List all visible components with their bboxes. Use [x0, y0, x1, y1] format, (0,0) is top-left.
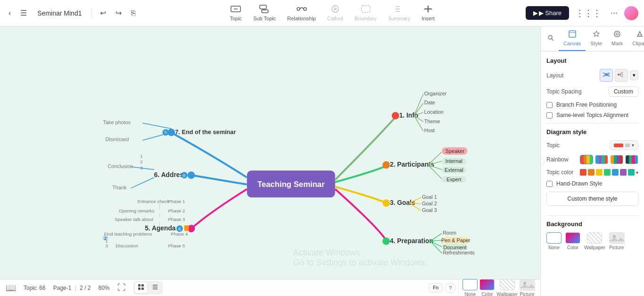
tab-mark[interactable]: Mark: [607, 26, 627, 51]
book-icon-button[interactable]: 📖: [6, 283, 16, 293]
undo-button[interactable]: ↩: [97, 7, 109, 19]
rainbow-opt-3[interactable]: [610, 155, 623, 164]
grid-button[interactable]: ⋮⋮⋮: [573, 6, 604, 20]
svg-point-128: [618, 74, 619, 76]
help-button[interactable]: ?: [445, 283, 455, 293]
canvas-area[interactable]: Teaching Seminar 1. Info Organizer Date: [0, 26, 540, 296]
tool-callout[interactable]: Callout: [322, 3, 348, 23]
divider-diagram: [546, 215, 638, 216]
tool-topic-label: Topic: [230, 16, 242, 21]
svg-line-131: [619, 75, 621, 76]
layout-row: Layout ▾: [546, 69, 638, 82]
bg-wallpaper-option[interactable]: Wallpaper: [496, 279, 518, 296]
avatar: [624, 6, 638, 20]
same-level-checkbox[interactable]: [546, 112, 553, 118]
tool-subtopic-label: Sub Topic: [253, 16, 276, 21]
svg-rect-106: [141, 284, 144, 287]
svg-point-114: [548, 35, 552, 39]
color-swatch-green[interactable]: [604, 169, 611, 176]
svg-text:5. Agenda: 5. Agenda: [145, 225, 176, 232]
rainbow-opt-2[interactable]: [595, 155, 608, 164]
color-swatch-red[interactable]: [580, 169, 586, 176]
tool-subtopic[interactable]: Sub Topic: [248, 3, 281, 23]
topic-spacing-value[interactable]: Custom: [609, 86, 638, 97]
panel-content: Layout Layout ▾ Topic Spacing Custom: [541, 51, 644, 256]
hand-drawn-checkbox[interactable]: [546, 181, 553, 187]
tab-style[interactable]: Style: [586, 26, 606, 51]
bg-none-panel-option[interactable]: None: [546, 232, 561, 250]
svg-point-6: [304, 8, 306, 10]
color-swatch-blue[interactable]: [612, 169, 619, 176]
toolbar: ‹ ☰ Seminar Mind1 ↩ ↪ ⎘ Topic Sub Topic …: [0, 0, 644, 26]
mark-tab-icon: [613, 30, 621, 40]
branch-free-checkbox[interactable]: [546, 102, 553, 108]
share-button[interactable]: ▶ ▶ Share: [526, 6, 569, 20]
tab-clipart[interactable]: Clipart: [627, 26, 644, 51]
topic-style-selector[interactable]: ▾: [610, 140, 638, 150]
color-swatch-orange[interactable]: [588, 169, 594, 176]
color-expand-button[interactable]: ▾: [636, 170, 638, 175]
topic-icon: [231, 5, 241, 15]
tool-summary[interactable]: Summary: [383, 3, 415, 23]
svg-rect-116: [569, 31, 576, 37]
clone-button[interactable]: ⎘: [128, 7, 139, 19]
svg-text:Opening remarks: Opening remarks: [119, 208, 154, 213]
color-swatch-purple[interactable]: [620, 169, 627, 176]
bg-color-option[interactable]: Color: [479, 279, 495, 296]
svg-text:Goal 3: Goal 3: [422, 207, 437, 213]
svg-text:Location: Location: [424, 109, 444, 115]
bg-color-panel-option[interactable]: Color: [565, 232, 580, 250]
svg-point-7: [332, 6, 339, 12]
bg-wallpaper-panel-option[interactable]: Wallpaper: [584, 232, 605, 250]
svg-point-8: [334, 8, 336, 10]
svg-text:Internal: Internal: [446, 158, 462, 164]
list-view-button[interactable]: [149, 282, 161, 293]
svg-point-52: [382, 237, 390, 245]
panel-tabs: Canvas Style Mark Clipart: [541, 26, 644, 51]
tool-insert[interactable]: Insert: [417, 3, 439, 23]
view-toggle: [133, 281, 163, 295]
layout-dropdown-button[interactable]: ▾: [630, 70, 638, 80]
fn-key-button[interactable]: Fn: [429, 283, 442, 292]
rainbow-opt-4[interactable]: [625, 155, 638, 164]
rainbow-opt-1[interactable]: [580, 155, 593, 164]
same-level-row: Same-level Topics Alignment: [546, 112, 638, 118]
toolbar-right: ▶ ▶ Share ⋮⋮⋮ ···: [526, 6, 638, 20]
bg-picture-option[interactable]: Picture: [520, 279, 535, 296]
svg-rect-135: [610, 233, 625, 244]
tool-relationship[interactable]: Relationship: [282, 3, 321, 23]
expand-button[interactable]: ⛶: [117, 283, 126, 293]
color-swatch-yellow[interactable]: [596, 169, 603, 176]
bg-none-option[interactable]: None: [462, 279, 478, 296]
svg-rect-112: [520, 279, 535, 291]
tab-canvas[interactable]: Canvas: [559, 26, 586, 51]
bg-picture-panel-option[interactable]: Picture: [609, 232, 624, 250]
svg-text:Theme: Theme: [424, 118, 440, 124]
main-area: Teaching Seminar 1. Info Organizer Date: [0, 26, 644, 296]
svg-point-134: [622, 76, 623, 77]
panel-search-button[interactable]: [545, 32, 557, 46]
layout-radiate-button[interactable]: [600, 69, 613, 82]
bottom-bar: 📖 Topic 66 Page-1 | 2 / 2 80% ⛶: [0, 279, 540, 296]
svg-rect-108: [141, 288, 144, 290]
menu-button[interactable]: ☰: [17, 7, 30, 19]
card-view-button[interactable]: [135, 282, 147, 293]
svg-text:Speaker: Speaker: [446, 148, 465, 154]
redo-button[interactable]: ↪: [113, 7, 124, 19]
custom-theme-button[interactable]: Custom theme style: [546, 192, 638, 206]
layout-tree-button[interactable]: [615, 69, 628, 82]
more-options-button[interactable]: ···: [608, 6, 620, 20]
svg-text:Document: Document: [443, 245, 466, 250]
svg-text:6: 6: [178, 226, 181, 231]
svg-rect-105: [138, 284, 140, 287]
svg-text:Phase 1: Phase 1: [168, 199, 185, 204]
tool-topic[interactable]: Topic: [225, 3, 247, 23]
back-button[interactable]: ‹: [6, 7, 14, 19]
topic-color-row: Topic color ▾: [546, 169, 638, 176]
toolbar-center: Topic Sub Topic Relationship Callout Bou…: [140, 3, 523, 23]
tool-boundary[interactable]: Boundary: [350, 3, 381, 23]
topic-bar-red: [614, 144, 623, 147]
color-swatch-teal[interactable]: [628, 169, 635, 176]
svg-text:1: 1: [106, 238, 108, 244]
svg-text:Expert: Expert: [446, 177, 461, 182]
